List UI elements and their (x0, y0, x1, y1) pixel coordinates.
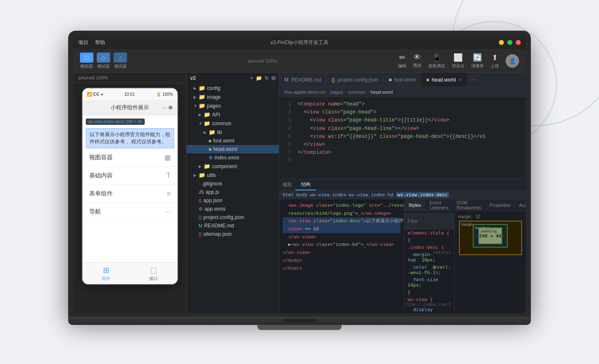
simulator-button[interactable]: □ 模拟器 (80, 53, 93, 69)
toolbar-center: iphone6 100% (132, 58, 393, 63)
title-bar: 项目 帮助 v2-FinClip小程序开发工具 (73, 36, 526, 49)
phone-more-button[interactable]: ··· ⊕ (162, 104, 173, 111)
background-icon: ⬜ (453, 53, 463, 62)
background-action[interactable]: ⬜ 切后台 (452, 53, 464, 69)
device-info: iphone6 100% (248, 58, 277, 63)
nav-label-view: 视图容器 (89, 154, 113, 161)
tree-item-sitemap[interactable]: ▶ {} sitemap.json (187, 230, 279, 238)
tree-item-image[interactable]: ▶ 📁 image (187, 92, 279, 101)
code-line-7: </template> (298, 149, 522, 157)
dom-bc-html[interactable]: html (283, 192, 294, 198)
styles-tab-events[interactable]: Event Listeners (425, 199, 453, 211)
edit-label: 编辑 (398, 63, 406, 69)
minimize-button[interactable] (499, 40, 504, 45)
styles-tabs: Styles Event Listeners DOM Breakpoints P… (404, 199, 526, 211)
tree-item-head-wxml[interactable]: ▶ ■ head.wxml (187, 145, 279, 153)
styles-tab-styles[interactable]: Styles (404, 199, 425, 211)
tab-more-button[interactable]: ··· (468, 73, 480, 87)
edit-action[interactable]: ✏ 编辑 (398, 53, 406, 69)
dom-bc-body[interactable]: body (297, 192, 308, 198)
nav-item-basic[interactable]: 基础内容 T (82, 167, 178, 185)
tree-arrow-api: ▶ (199, 113, 203, 117)
tab-readme[interactable]: M README.md (279, 73, 326, 87)
head-tab-close[interactable]: ✕ (459, 77, 462, 82)
styles-tab-accessibility[interactable]: Accessibility (515, 199, 526, 211)
breadcrumb-pages[interactable]: pages (331, 90, 343, 95)
refresh-action[interactable]: ↻ (265, 75, 269, 81)
close-button[interactable] (516, 40, 521, 45)
tree-item-index-wxss[interactable]: ▶ ⚙ index.wxss (187, 153, 279, 162)
selected-element: 以下将展示小程序官方组件能力，组件样式仅供参考， 程式仅供参考。 (86, 128, 174, 148)
filter-input[interactable] (408, 219, 454, 224)
new-file-action[interactable]: + (250, 75, 253, 81)
clear-cache-action[interactable]: 🔄 清缓存 (471, 53, 484, 69)
tree-label-app-json: app.json (203, 198, 222, 203)
tree-item-readme[interactable]: ▶ M README.md (187, 222, 279, 230)
tree-item-pages[interactable]: ▼ 📁 pages (187, 101, 279, 110)
file-icon-readme: M (199, 223, 202, 228)
bottom-nav-interface[interactable]: ⬚ 接口 (130, 263, 178, 284)
tree-arrow-common: ▼ (199, 121, 203, 126)
readme-tab-label: README.md (291, 77, 321, 83)
folder-icon-api: 📁 (204, 111, 210, 118)
dom-tree[interactable]: <wx-image class="index-logo" src="../res… (279, 199, 404, 313)
tree-item-app-json[interactable]: ▶ {} app.json (187, 196, 279, 205)
breadcrumb-common[interactable]: common (348, 90, 366, 95)
dom-bc-wx-view-hd[interactable]: wx-view.index-hd (349, 192, 393, 198)
menu-project[interactable]: 项目 (78, 39, 88, 46)
breadcrumb-file[interactable]: head.wxml (371, 90, 393, 95)
tester-button[interactable]: △ 测试器 (114, 53, 127, 69)
preview-action[interactable]: 👁 预览 (413, 53, 421, 69)
clear-cache-label: 清缓存 (471, 63, 484, 69)
tree-item-api[interactable]: ▶ 📁 API (187, 110, 279, 119)
style-rule-wx-view: wx-view { localfile:/.index.css:2 (404, 296, 454, 303)
index-desc-source: <style> (433, 250, 451, 255)
nav-icon-basic: T (167, 172, 171, 179)
tab-head-wxml[interactable]: ■ head.wxml ✕ (421, 73, 468, 87)
bottom-content: <wx-image class="index-logo" src="../res… (279, 199, 526, 313)
tree-item-gitignore[interactable]: ▶ · .gitignore (187, 179, 279, 188)
user-avatar[interactable]: 👤 (506, 54, 519, 68)
tree-item-config[interactable]: ▶ 📁 config (187, 84, 279, 92)
nav-item-nav[interactable]: 导航 ··· (82, 203, 178, 221)
code-content[interactable]: <template name="head"> <view class="page… (294, 97, 526, 179)
tree-item-component[interactable]: ▶ 📁 component (187, 162, 279, 171)
line-numbers: 1 2 3 4 5 6 7 8 (279, 97, 294, 179)
line-num-5: 5 (279, 133, 291, 141)
tree-item-utils[interactable]: ▶ 📁 utils (187, 171, 279, 179)
upload-action[interactable]: ⬆ 上传 (490, 53, 499, 69)
debugger-button[interactable]: ◇ 调试器 (97, 53, 110, 69)
tree-item-app-js[interactable]: ▶ JS app.js (187, 188, 279, 196)
clear-cache-icon: 🔄 (473, 53, 482, 62)
nav-item-view[interactable]: 视图容器 ▦ (82, 148, 178, 167)
dom-bc-wx-view-desc[interactable]: wx-view.index-desc (396, 192, 449, 198)
nav-item-form[interactable]: 表单组件 ≡ (82, 185, 178, 203)
dom-bc-wx-view-index[interactable]: wx-view.index (310, 192, 346, 198)
tree-item-lib[interactable]: ▶ 📁 lib (187, 128, 279, 137)
new-folder-action[interactable]: 📁 (256, 75, 262, 81)
styles-panel: Styles Event Listeners DOM Breakpoints P… (404, 199, 526, 313)
component-icon: ⊞ (103, 266, 109, 275)
element-tooltip-container: wx-view.index-desc 240 × 44 (82, 115, 178, 128)
tree-item-app-wxss[interactable]: ▶ ⚙ app.wxss (187, 205, 279, 213)
tab-project-config[interactable]: {} project.config.json (326, 73, 384, 87)
maximize-button[interactable] (507, 40, 512, 45)
tree-item-project-config[interactable]: ▶ {} project.config.json (187, 213, 279, 222)
debugger-label: 调试器 (97, 63, 110, 69)
styles-tab-breakpoints[interactable]: DOM Breakpoints (453, 199, 485, 211)
box-right-border: - (502, 234, 504, 238)
dom-line-6: ▶<wx-view class="index-bd">_</wx-view> (283, 241, 400, 249)
simulator-label: 模拟器 (80, 63, 93, 69)
tab-foot-wxml[interactable]: ■ foot.wxml (384, 73, 421, 87)
bottom-nav-component[interactable]: ⊞ 组件 (82, 263, 130, 284)
tree-item-foot-wxml[interactable]: ▶ ■ foot.wxml (187, 137, 279, 145)
breadcrumb-root[interactable]: fino-applet-demo-v2 (284, 90, 326, 95)
styles-tab-properties[interactable]: Properties (485, 199, 515, 211)
tab-dom[interactable]: 结构 (295, 179, 316, 190)
tree-item-common[interactable]: ▼ 📁 common (187, 119, 279, 128)
tab-image-label[interactable]: 概图 (279, 179, 295, 190)
box-model-label: margin 10 (458, 214, 480, 219)
device-debug-action[interactable]: 📱 真机调试 (428, 53, 445, 69)
menu-help[interactable]: 帮助 (95, 39, 105, 46)
collapse-action[interactable]: ⊟ (271, 75, 276, 81)
